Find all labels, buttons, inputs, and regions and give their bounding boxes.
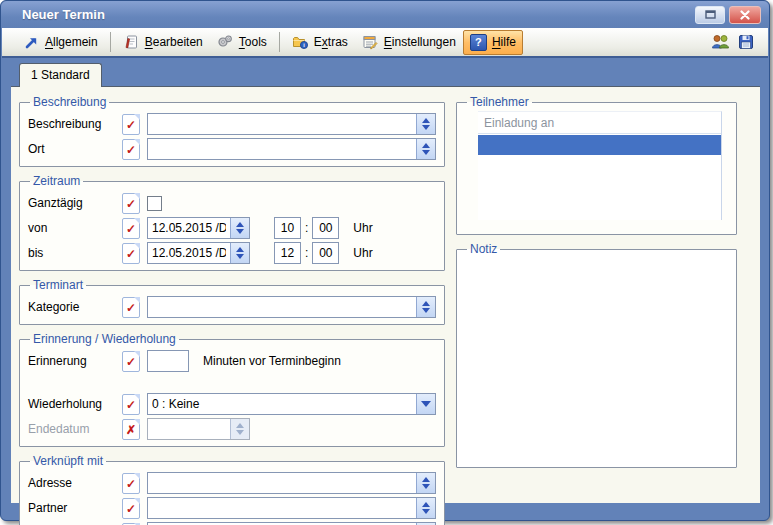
check-icon: ✓	[126, 356, 136, 368]
spin-down-icon	[422, 150, 430, 155]
beschreibung-combo	[147, 113, 436, 135]
section-legend: Zeitraum	[30, 174, 83, 188]
check-icon: ✓	[126, 223, 136, 235]
adresse-combo	[147, 472, 436, 494]
toolbar-label-bearbeiten: Bearbeiten	[145, 35, 203, 49]
von-date-input[interactable]	[148, 218, 230, 238]
field-row-beschreibung: Beschreibung ✓	[28, 113, 436, 135]
dropdown-arrow-icon	[421, 401, 431, 407]
spin-down-icon	[422, 308, 430, 313]
toolbar-button-hilfe[interactable]: ? Hilfe	[463, 30, 523, 55]
toolbar-button-einstellungen[interactable]: Einstellungen	[355, 30, 463, 55]
bis-date-input[interactable]	[148, 243, 230, 263]
section-legend: Beschreibung	[30, 95, 109, 109]
toolbar-label-einstellungen: Einstellungen	[384, 35, 456, 49]
endedatum-input	[148, 419, 230, 439]
check-icon: ✓	[126, 198, 136, 210]
wiederholung-select[interactable]	[148, 394, 416, 414]
gears-icon	[217, 34, 234, 51]
mandatory-check-button[interactable]: ✓	[122, 297, 140, 318]
spin-up-icon	[236, 423, 244, 428]
toolbar-button-extras[interactable]: i Extras	[285, 30, 355, 55]
field-label: Partner	[28, 501, 122, 515]
toolbar-button-bearbeiten[interactable]: Bearbeiten	[116, 30, 210, 55]
tab-standard[interactable]: 1 Standard	[19, 63, 102, 87]
field-row-ort: Ort ✓	[28, 138, 436, 160]
field-label: Ort	[28, 142, 122, 156]
dropdown-button[interactable]	[416, 394, 435, 414]
spin-down-icon	[422, 484, 430, 489]
spinner-button[interactable]	[230, 218, 249, 238]
spinner-button[interactable]	[416, 498, 435, 518]
bis-minute-input[interactable]	[312, 242, 339, 264]
toolbar-label-tools: Tools	[239, 35, 267, 49]
mandatory-check-button[interactable]: ✓	[122, 351, 140, 372]
check-icon: ✓	[126, 399, 136, 411]
ganztaegig-checkbox[interactable]	[147, 196, 162, 211]
field-row-wiederholung: Wiederholung ✓	[28, 393, 436, 415]
toolbar-separator	[279, 32, 280, 52]
von-hour-input[interactable]	[274, 217, 301, 239]
beschreibung-input[interactable]	[148, 114, 416, 134]
mandatory-check-button[interactable]: ✓	[122, 498, 140, 519]
notiz-textarea[interactable]	[465, 257, 728, 461]
participants-button[interactable]	[707, 31, 734, 53]
mandatory-check-button[interactable]: ✓	[122, 139, 140, 160]
field-label: Endedatum	[28, 422, 122, 436]
bis-hour-input[interactable]	[274, 242, 301, 264]
edit-notepad-icon	[123, 34, 140, 51]
spin-down-icon	[236, 430, 244, 435]
mandatory-check-button[interactable]: ✓	[122, 193, 140, 214]
field-row-adresse: Adresse ✓	[28, 472, 436, 494]
spinner-button[interactable]	[416, 114, 435, 134]
spin-up-icon	[422, 301, 430, 306]
save-floppy-icon	[738, 34, 754, 50]
field-label: Kategorie	[28, 300, 122, 314]
mandatory-check-button[interactable]: ✓	[122, 218, 140, 239]
von-minute-input[interactable]	[312, 217, 339, 239]
spin-down-icon	[422, 125, 430, 130]
check-icon: ✓	[126, 144, 136, 156]
spinner-button[interactable]	[416, 139, 435, 159]
section-erinnerung-wiederholung: Erinnerung / Wiederholung Erinnerung ✓ M…	[19, 332, 445, 447]
participants-list[interactable]: Einladung an	[478, 111, 722, 220]
mandatory-check-button[interactable]: ✓	[122, 114, 140, 135]
spinner-button[interactable]	[416, 297, 435, 317]
field-label: Ganztägig	[28, 196, 122, 210]
section-notiz: Notiz	[456, 242, 737, 468]
content-panel: Beschreibung Beschreibung ✓ Ort ✓	[11, 86, 760, 503]
mandatory-check-button[interactable]: ✓	[122, 243, 140, 264]
mandatory-check-button[interactable]: ✓	[122, 473, 140, 494]
mandatory-check-button[interactable]: ✓	[122, 394, 140, 415]
close-button[interactable]	[729, 6, 761, 24]
toolbar-button-allgemein[interactable]: Allgemein	[16, 30, 105, 55]
cross-icon: ✗	[126, 424, 136, 436]
spinner-button[interactable]	[416, 473, 435, 493]
toolbar-label-extras: Extras	[314, 35, 348, 49]
partner-input[interactable]	[148, 498, 416, 518]
new-appointment-window: Neuer Termin Allgemein	[0, 0, 770, 521]
ort-input[interactable]	[148, 139, 416, 159]
adresse-input[interactable]	[148, 473, 416, 493]
save-button[interactable]	[734, 31, 758, 53]
kategorie-input[interactable]	[148, 297, 416, 317]
von-date-combo	[147, 217, 250, 239]
arrow-up-right-icon	[23, 34, 40, 51]
restore-icon	[705, 10, 716, 19]
check-icon: ✓	[126, 248, 136, 260]
section-teilnehmer: Teilnehmer Einladung an	[456, 95, 737, 235]
titlebar[interactable]: Neuer Termin	[1, 1, 769, 28]
erinnerung-minutes-input[interactable]	[147, 350, 189, 372]
toolbar-button-tools[interactable]: Tools	[210, 30, 274, 55]
field-row-kategorie: Kategorie ✓	[28, 296, 436, 318]
partner-combo	[147, 497, 436, 519]
spinner-button[interactable]	[230, 243, 249, 263]
people-icon	[711, 34, 730, 50]
window-title: Neuer Termin	[22, 7, 691, 22]
field-row-ganztaegig: Ganztägig ✓	[28, 192, 436, 214]
restore-button[interactable]	[695, 6, 725, 24]
endedatum-combo	[147, 418, 250, 440]
mandatory-cross-button[interactable]: ✗	[122, 419, 140, 440]
participants-selected-row[interactable]	[478, 135, 721, 155]
spin-down-icon	[236, 229, 244, 234]
